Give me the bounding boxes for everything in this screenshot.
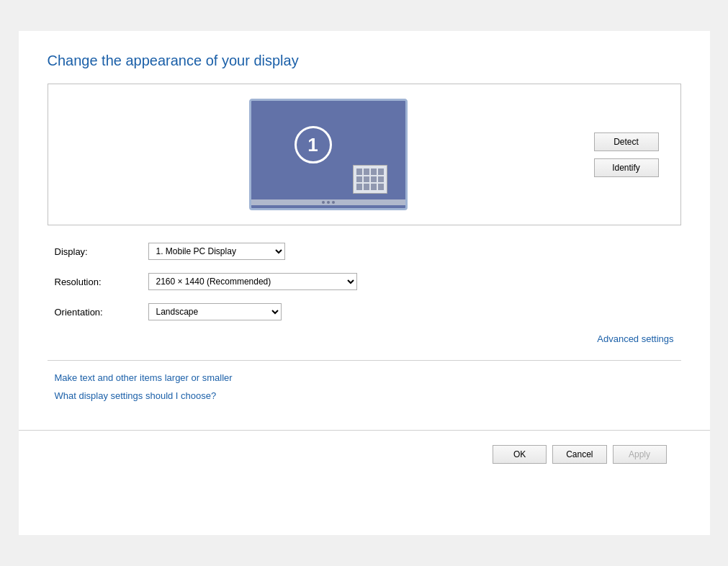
monitor-display-area: 1 — [63, 99, 594, 210]
monitor-bottom-bar — [251, 199, 405, 205]
ok-button[interactable]: OK — [493, 445, 547, 464]
monitor-action-buttons: Detect Identify — [594, 132, 666, 177]
resolution-select[interactable]: 2160 × 1440 (Recommended) — [148, 273, 357, 290]
display-settings-link[interactable]: What display settings should I choose? — [55, 390, 674, 401]
display-row: Display: 1. Mobile PC Display — [55, 243, 674, 260]
monitor-taskbar-icon — [353, 165, 387, 194]
orientation-label: Orientation: — [55, 307, 148, 318]
display-form: Display: 1. Mobile PC Display Resolution… — [48, 243, 681, 353]
display-settings-window: Change the appearance of your display 1 — [19, 31, 710, 535]
bottom-buttons: OK Cancel Apply — [48, 445, 681, 464]
page-title: Change the appearance of your display — [48, 53, 681, 69]
bottom-divider — [19, 430, 710, 431]
resolution-row: Resolution: 2160 × 1440 (Recommended) — [55, 273, 674, 290]
advanced-settings-link[interactable]: Advanced settings — [597, 333, 673, 344]
resolution-label: Resolution: — [55, 277, 148, 287]
divider-1 — [48, 360, 681, 361]
display-label: Display: — [55, 246, 148, 257]
identify-button[interactable]: Identify — [594, 158, 659, 177]
resolution-control: 2160 × 1440 (Recommended) — [148, 273, 674, 290]
help-links-section: Make text and other items larger or smal… — [48, 372, 681, 401]
display-control: 1. Mobile PC Display — [148, 243, 674, 260]
monitor-number: 1 — [295, 126, 332, 163]
cancel-button[interactable]: Cancel — [552, 445, 606, 464]
display-select[interactable]: 1. Mobile PC Display — [148, 243, 285, 260]
monitor-frame: 1 — [249, 99, 408, 210]
advanced-link-row: Advanced settings — [55, 333, 674, 353]
orientation-control: LandscapePortraitLandscape (flipped)Port… — [148, 303, 674, 320]
apply-button[interactable]: Apply — [613, 445, 667, 464]
orientation-row: Orientation: LandscapePortraitLandscape … — [55, 303, 674, 320]
text-size-link[interactable]: Make text and other items larger or smal… — [55, 372, 674, 383]
orientation-select[interactable]: LandscapePortraitLandscape (flipped)Port… — [148, 303, 282, 320]
detect-button[interactable]: Detect — [594, 132, 659, 151]
monitor-preview-area: 1 — [48, 84, 681, 225]
